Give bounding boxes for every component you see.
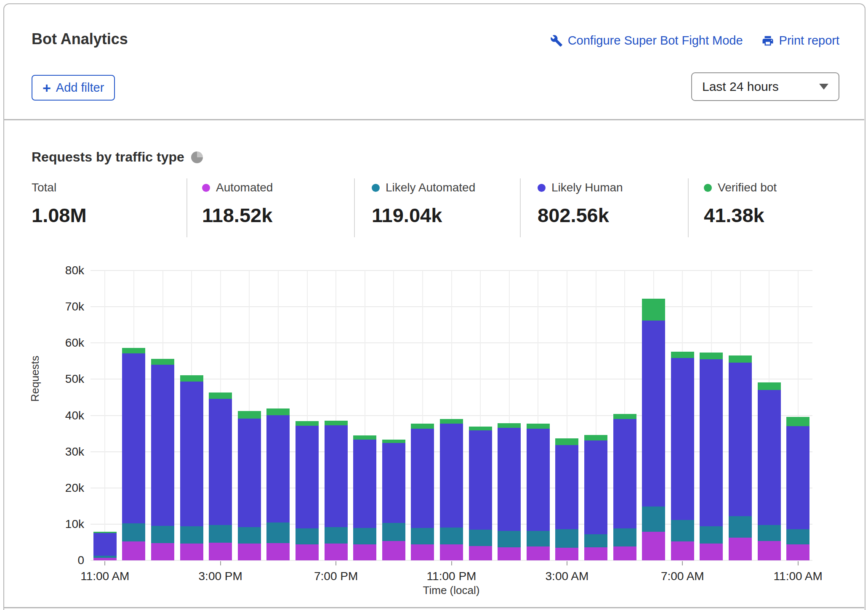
bar-11-00-am[interactable] — [786, 417, 809, 560]
bar-segment-verified-bot — [440, 419, 463, 424]
stat-label-text: Likely Automated — [386, 181, 475, 194]
bar-segment-likely-human — [209, 399, 232, 525]
stat-value: 1.08M — [32, 204, 87, 227]
bar-segment-automated — [758, 541, 781, 560]
y-tick-label: 50k — [21, 372, 84, 386]
stat-value: 802.56k — [538, 204, 623, 227]
stat-divider — [186, 178, 187, 237]
bar-2-00-pm[interactable] — [180, 375, 203, 560]
bar-segment-likely-human — [238, 419, 261, 527]
stat-label: Likely Automated — [372, 181, 475, 194]
bar-8-00-pm[interactable] — [353, 435, 376, 560]
bar-segment-likely-human — [266, 415, 290, 523]
bar-segment-likely-automated — [266, 522, 290, 543]
bar-segment-automated — [613, 546, 636, 560]
bar-11-00-pm[interactable] — [440, 419, 463, 560]
bar-segment-likely-automated — [325, 527, 348, 544]
bar-segment-likely-automated — [671, 520, 694, 541]
bar-segment-verified-bot — [325, 421, 348, 425]
bar-segment-automated — [353, 544, 376, 560]
stat-likely-automated[interactable]: Likely Automated119.04k — [372, 181, 475, 227]
bar-segment-likely-human — [469, 430, 492, 530]
bar-1-00-pm[interactable] — [151, 359, 174, 560]
bar-11-00-am[interactable] — [93, 532, 117, 560]
stat-label: Verified bot — [704, 181, 777, 194]
bar-7-00-pm[interactable] — [325, 421, 348, 560]
x-axis-title: Time (local) — [423, 584, 480, 597]
bar-7-00-am[interactable] — [671, 352, 694, 560]
wrench-icon — [550, 34, 563, 47]
header-actions: Configure Super Bot Fight Mode Print rep… — [550, 34, 839, 48]
bar-segment-likely-human — [382, 443, 405, 523]
bar-segment-verified-bot — [786, 417, 809, 426]
configure-super-bot-fight-mode-link[interactable]: Configure Super Bot Fight Mode — [550, 34, 743, 48]
bar-6-00-pm[interactable] — [296, 421, 319, 560]
bar-3-00-pm[interactable] — [209, 393, 232, 560]
stat-divider — [354, 178, 355, 237]
stat-verified-bot[interactable]: Verified bot41.38k — [704, 181, 777, 227]
bar-segment-automated — [266, 543, 290, 560]
bar-segment-verified-bot — [729, 355, 752, 363]
bar-segment-likely-human — [786, 426, 809, 529]
bar-segment-likely-automated — [555, 529, 578, 548]
bar-segment-likely-human — [700, 359, 723, 526]
bar-10-00-pm[interactable] — [411, 424, 434, 560]
bar-4-00-am[interactable] — [584, 435, 607, 560]
bar-segment-verified-bot — [584, 435, 607, 440]
stat-likely-human[interactable]: Likely Human802.56k — [538, 181, 623, 227]
time-range-dropdown[interactable]: Last 24 hours — [691, 72, 839, 101]
y-tick-label: 10k — [21, 517, 84, 531]
section-title-row: Requests by traffic type — [32, 149, 203, 165]
bar-5-00-pm[interactable] — [266, 408, 290, 560]
x-tick-mark — [220, 561, 221, 565]
y-tick-label: 60k — [21, 336, 84, 350]
bar-segment-likely-human — [671, 358, 694, 520]
bar-12-00-am[interactable] — [469, 427, 492, 560]
bar-6-00-am[interactable] — [642, 299, 665, 560]
x-tick-label: 3:00 AM — [546, 570, 589, 583]
bar-9-00-pm[interactable] — [382, 440, 405, 560]
add-filter-button[interactable]: + Add filter — [32, 75, 115, 101]
bottom-divider — [4, 607, 864, 608]
bar-segment-verified-bot — [353, 435, 376, 440]
bar-1-00-am[interactable] — [498, 423, 521, 560]
bar-10-00-am[interactable] — [758, 382, 781, 560]
bar-segment-verified-bot — [122, 348, 145, 353]
x-tick-label: 11:00 AM — [80, 570, 129, 583]
stat-label: Automated — [202, 181, 273, 194]
bar-segment-likely-automated — [151, 526, 174, 543]
bar-segment-likely-automated — [238, 527, 261, 544]
stat-value: 41.38k — [704, 204, 777, 227]
y-tick-label: 80k — [21, 264, 84, 277]
bar-segment-likely-automated — [786, 529, 809, 544]
bar-segment-likely-human — [642, 321, 665, 507]
print-link-label: Print report — [779, 34, 839, 48]
bar-3-00-am[interactable] — [555, 438, 578, 560]
stat-automated[interactable]: Automated118.52k — [202, 181, 273, 227]
bar-9-00-am[interactable] — [729, 355, 752, 560]
bar-segment-automated — [498, 547, 521, 560]
bar-4-00-pm[interactable] — [238, 411, 261, 560]
bar-8-00-am[interactable] — [700, 353, 723, 560]
print-report-link[interactable]: Print report — [761, 34, 839, 48]
bar-segment-likely-automated — [122, 523, 145, 541]
stat-total[interactable]: Total1.08M — [32, 181, 87, 227]
bar-segment-verified-bot — [642, 299, 665, 321]
x-tick-label: 11:00 PM — [427, 570, 477, 583]
y-tick-label: 30k — [21, 445, 84, 459]
bar-2-00-am[interactable] — [527, 424, 550, 560]
stat-label-text: Total — [32, 181, 56, 194]
bar-segment-likely-automated — [498, 531, 521, 547]
x-tick-mark — [798, 561, 799, 565]
bar-segment-likely-human — [613, 419, 636, 528]
bar-12-00-pm[interactable] — [122, 348, 145, 560]
x-tick-mark — [567, 561, 567, 565]
x-tick-label: 11:00 AM — [774, 570, 823, 583]
bar-5-00-am[interactable] — [613, 414, 636, 560]
bar-segment-verified-bot — [93, 532, 117, 533]
legend-dot — [538, 184, 546, 192]
legend-dot — [202, 184, 210, 192]
gridline-vertical — [104, 271, 105, 560]
stat-divider — [520, 178, 521, 237]
stat-value: 119.04k — [372, 204, 475, 227]
